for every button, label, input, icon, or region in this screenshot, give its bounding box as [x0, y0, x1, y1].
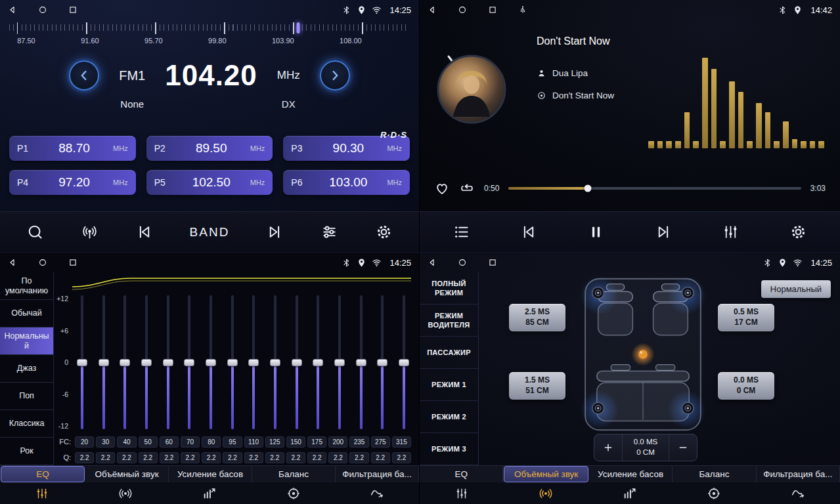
tune-icon[interactable] — [321, 223, 338, 241]
sidebar-item-full-mode[interactable]: ПОЛНЫЙ РЕЖИМ — [420, 272, 478, 304]
home-icon[interactable] — [458, 5, 467, 14]
slider-knob[interactable] — [206, 359, 216, 366]
tab-surround-sound[interactable]: Объёмный звук — [504, 466, 588, 482]
mixer-icon[interactable] — [722, 223, 740, 241]
bass-boost-icon[interactable] — [588, 486, 672, 501]
tune-up-button[interactable] — [320, 60, 350, 91]
surround-icon[interactable] — [504, 486, 588, 501]
eq-preset-4[interactable]: Джаз — [0, 355, 53, 383]
seek-knob[interactable] — [584, 185, 591, 192]
eq-band-slider-13[interactable] — [334, 293, 345, 431]
back-icon[interactable] — [8, 258, 17, 267]
sidebar-item-passenger[interactable]: ПАССАЖИР — [420, 337, 478, 369]
eq-band-slider-4[interactable] — [141, 293, 152, 431]
eq-band-slider-3[interactable] — [119, 293, 131, 431]
tab-bass-boost[interactable]: Усиление басов — [589, 466, 673, 482]
slider-knob[interactable] — [334, 359, 345, 366]
slider-knob[interactable] — [163, 359, 173, 366]
home-icon[interactable] — [38, 5, 47, 14]
preset-p4-button[interactable]: P497.20MHz — [9, 170, 136, 195]
slider-knob[interactable] — [377, 359, 387, 366]
front-right-delay[interactable]: 0.5 MS 17 CM — [718, 304, 774, 331]
rear-right-delay[interactable]: 0.0 MS 0 CM — [718, 372, 774, 400]
favorite-button[interactable] — [434, 180, 450, 196]
eq-sliders-icon[interactable] — [0, 486, 84, 501]
recents-icon[interactable] — [68, 5, 77, 14]
home-icon[interactable] — [38, 258, 47, 267]
tab-eq[interactable]: EQ — [420, 466, 503, 482]
eq-band-slider-5[interactable] — [162, 293, 174, 431]
eq-band-slider-8[interactable] — [227, 293, 238, 431]
preset-p1-button[interactable]: P188.70MHz — [9, 136, 136, 161]
tab-bass-boost[interactable]: Усиление басов — [169, 466, 252, 482]
slider-knob[interactable] — [292, 359, 302, 366]
recents-icon[interactable] — [488, 258, 497, 267]
back-icon[interactable] — [428, 5, 437, 14]
front-left-delay[interactable]: 2.5 MS 85 CM — [509, 304, 565, 331]
eq-band-slider-9[interactable] — [248, 293, 259, 431]
frequency-dial[interactable]: 87.5091.6095.7099.80103.90108.00 — [9, 22, 410, 51]
slider-knob[interactable] — [141, 359, 152, 366]
balance-icon[interactable] — [252, 486, 336, 501]
broadcast-icon[interactable] — [81, 223, 99, 241]
recents-icon[interactable] — [488, 5, 497, 14]
eq-preset-1[interactable]: По умолчанию — [0, 272, 53, 300]
eq-preset-2[interactable]: Обычай — [0, 300, 53, 327]
filter-icon[interactable] — [756, 486, 840, 501]
previous-icon[interactable] — [519, 223, 537, 241]
eq-band-slider-6[interactable] — [183, 293, 195, 431]
slider-knob[interactable] — [270, 359, 280, 366]
eq-band-slider-10[interactable] — [269, 293, 281, 431]
eq-band-slider-12[interactable] — [312, 293, 324, 431]
tab-surround-sound[interactable]: Объёмный звук — [85, 466, 169, 482]
band-button[interactable]: BAND — [190, 225, 230, 240]
preset-p6-button[interactable]: P6103.00MHz — [283, 170, 410, 195]
recents-icon[interactable] — [68, 258, 77, 267]
eq-band-slider-15[interactable] — [376, 293, 388, 431]
usb-icon[interactable] — [518, 5, 527, 14]
home-icon[interactable] — [458, 258, 467, 267]
playlist-icon[interactable] — [453, 223, 470, 241]
eq-sliders-icon[interactable] — [420, 486, 504, 501]
surround-icon[interactable] — [84, 486, 168, 501]
increase-delay-button[interactable] — [594, 434, 622, 461]
eq-preset-6[interactable]: Классика — [0, 410, 53, 438]
seek-bar[interactable] — [508, 187, 801, 190]
eq-band-slider-7[interactable] — [205, 293, 217, 431]
eq-band-slider-1[interactable] — [76, 293, 88, 431]
slider-knob[interactable] — [120, 359, 130, 366]
decrease-delay-button[interactable] — [669, 434, 697, 461]
eq-preset-7[interactable]: Рок — [0, 438, 53, 465]
dial-pointer[interactable] — [296, 22, 299, 33]
slider-knob[interactable] — [184, 359, 194, 366]
settings-icon[interactable] — [375, 223, 393, 241]
sidebar-item-mode-1[interactable]: РЕЖИМ 1 — [420, 369, 478, 401]
slider-knob[interactable] — [356, 359, 366, 366]
preset-normal-button[interactable]: Нормальный — [761, 280, 831, 298]
next-icon[interactable] — [655, 223, 673, 241]
eq-band-slider-16[interactable] — [398, 293, 410, 431]
slider-knob[interactable] — [227, 359, 238, 366]
preset-p2-button[interactable]: P289.50MHz — [146, 136, 273, 161]
sidebar-item-mode-3[interactable]: РЕЖИМ 3 — [420, 433, 478, 465]
scan-icon[interactable] — [26, 223, 44, 241]
tab-eq[interactable]: EQ — [1, 466, 85, 482]
slider-knob[interactable] — [99, 359, 109, 366]
rear-left-delay[interactable]: 1.5 MS 51 CM — [509, 372, 565, 400]
tab-balance[interactable]: Баланс — [252, 466, 336, 482]
sidebar-item-mode-2[interactable]: РЕЖИМ 2 — [420, 401, 478, 433]
balance-icon[interactable] — [672, 486, 756, 501]
sidebar-item-driver-mode[interactable]: РЕЖИМ ВОДИТЕЛЯ — [420, 304, 478, 337]
slider-knob[interactable] — [313, 359, 323, 366]
slider-knob[interactable] — [399, 359, 409, 366]
filter-icon[interactable] — [335, 486, 419, 501]
eq-band-slider-11[interactable] — [291, 293, 303, 431]
tab-balance[interactable]: Баланс — [673, 466, 756, 482]
slider-knob[interactable] — [248, 359, 259, 366]
previous-icon[interactable] — [135, 223, 153, 241]
slider-knob[interactable] — [77, 359, 87, 366]
eq-band-slider-14[interactable] — [355, 293, 367, 431]
tune-down-button[interactable] — [69, 60, 99, 91]
back-icon[interactable] — [8, 5, 17, 14]
preset-p5-button[interactable]: P5102.50MHz — [146, 170, 273, 195]
